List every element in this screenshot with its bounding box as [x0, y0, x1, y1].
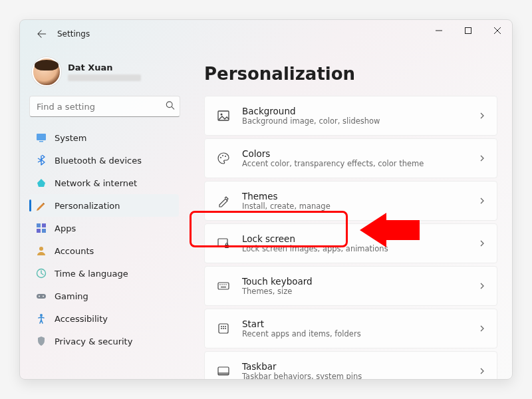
network-icon [36, 178, 47, 188]
sidebar-item-gaming[interactable]: Gaming [29, 285, 179, 307]
nav-list: System Bluetooth & devices Network & int… [29, 126, 180, 379]
setting-row-background[interactable]: Background Background image, color, slid… [204, 96, 497, 136]
titlebar: Settings [20, 20, 512, 48]
sidebar-item-time[interactable]: Time & language [29, 262, 179, 285]
svg-point-31 [221, 328, 222, 329]
gaming-icon [36, 291, 47, 301]
svg-point-22 [219, 284, 221, 285]
setting-title: Start [242, 319, 478, 329]
svg-point-17 [222, 155, 223, 156]
sidebar-item-label: System [55, 133, 86, 143]
setting-title: Taskbar [242, 361, 478, 372]
svg-point-25 [225, 284, 227, 285]
sidebar-item-system[interactable]: System [29, 126, 179, 149]
settings-list: Background Background image, color, slid… [204, 96, 497, 379]
svg-point-16 [220, 157, 221, 158]
sidebar-item-network[interactable]: Network & internet [29, 172, 179, 194]
maximize-button[interactable] [454, 20, 483, 41]
setting-sub: Install, create, manage [242, 201, 478, 211]
page-title: Personalization [204, 64, 497, 84]
lock-screen-icon [214, 237, 233, 250]
sidebar-item-apps[interactable]: Apps [29, 217, 179, 239]
search-icon [166, 100, 175, 113]
search-input[interactable] [29, 96, 180, 117]
svg-point-32 [223, 328, 224, 329]
setting-sub: Recent apps and items, folders [242, 329, 478, 339]
chevron-right-icon [478, 110, 486, 122]
profile-name: Dat Xuan [68, 63, 141, 72]
setting-row-themes[interactable]: Themes Install, create, manage [204, 181, 497, 221]
chevron-right-icon [478, 323, 486, 335]
svg-rect-20 [225, 245, 229, 248]
close-button[interactable] [483, 20, 512, 41]
setting-row-start[interactable]: Start Recent apps and items, folders [204, 309, 497, 348]
svg-rect-21 [218, 283, 229, 289]
minimize-icon [436, 27, 442, 34]
setting-sub: Lock screen images, apps, animations [242, 244, 478, 254]
chevron-right-icon [478, 237, 486, 250]
sidebar-item-label: Accounts [55, 246, 94, 256]
sidebar-item-personalization[interactable]: Personalization [29, 194, 179, 217]
apps-icon [36, 223, 47, 233]
sidebar-item-accessibility[interactable]: Accessibility [29, 307, 179, 330]
sidebar-item-label: Personalization [55, 201, 120, 211]
svg-point-30 [225, 326, 226, 327]
settings-window: Settings Dat Xuan [19, 19, 513, 380]
setting-row-colors[interactable]: Colors Accent color, transparency effect… [204, 138, 497, 178]
app-title: Settings [57, 29, 90, 39]
setting-title: Colors [242, 148, 478, 159]
setting-title: Lock screen [242, 233, 478, 244]
svg-point-23 [221, 284, 223, 285]
sidebar-item-privacy[interactable]: Privacy & security [29, 330, 179, 352]
back-arrow-icon [37, 29, 47, 39]
setting-sub: Taskbar behaviors, system pins [242, 372, 478, 379]
setting-row-taskbar[interactable]: Taskbar Taskbar behaviors, system pins [204, 351, 497, 379]
setting-row-touch-keyboard[interactable]: Touch keyboard Themes, size [204, 266, 497, 306]
privacy-icon [36, 336, 47, 346]
back-button[interactable] [33, 25, 51, 43]
svg-point-28 [221, 326, 222, 327]
search-box [29, 96, 180, 117]
touch-keyboard-icon [214, 279, 233, 293]
minimize-button[interactable] [424, 20, 454, 41]
svg-point-12 [43, 296, 44, 297]
titlebar-controls [424, 20, 512, 41]
time-icon [36, 268, 47, 279]
setting-sub: Themes, size [242, 287, 478, 297]
svg-point-1 [166, 102, 172, 108]
svg-point-24 [223, 284, 225, 285]
sidebar-item-label: Accessibility [55, 314, 108, 324]
setting-sub: Background image, color, slideshow [242, 116, 478, 126]
profile-email-blurred [68, 74, 141, 81]
svg-rect-4 [37, 223, 41, 227]
profile-section[interactable]: Dat Xuan [29, 57, 180, 96]
close-icon [494, 27, 501, 34]
svg-rect-0 [466, 28, 471, 34]
svg-rect-7 [42, 229, 46, 233]
sidebar-item-label: Bluetooth & devices [55, 156, 142, 166]
main-content: Personalization Background Background im… [190, 48, 512, 379]
chevron-right-icon [478, 365, 486, 378]
svg-point-29 [223, 326, 224, 327]
setting-title: Background [242, 106, 478, 116]
colors-icon [214, 152, 233, 165]
setting-title: Touch keyboard [242, 276, 478, 287]
sidebar-item-accounts[interactable]: Accounts [29, 239, 179, 262]
accessibility-icon [36, 313, 47, 324]
setting-title: Themes [242, 191, 478, 201]
svg-rect-5 [42, 223, 46, 227]
start-icon [214, 322, 233, 335]
taskbar-icon [214, 364, 233, 378]
bluetooth-icon [36, 155, 47, 166]
background-icon [214, 109, 233, 122]
svg-point-15 [221, 114, 223, 116]
sidebar-item-bluetooth[interactable]: Bluetooth & devices [29, 149, 179, 172]
svg-rect-10 [37, 294, 46, 299]
setting-row-lock-screen[interactable]: Lock screen Lock screen images, apps, an… [204, 223, 497, 263]
svg-point-33 [225, 328, 226, 329]
sidebar-item-label: Apps [55, 223, 76, 233]
window-body: Dat Xuan System Bluetooth & devic [20, 48, 512, 379]
sidebar: Dat Xuan System Bluetooth & devic [20, 48, 190, 379]
accounts-icon [36, 245, 47, 256]
themes-icon [214, 194, 233, 207]
